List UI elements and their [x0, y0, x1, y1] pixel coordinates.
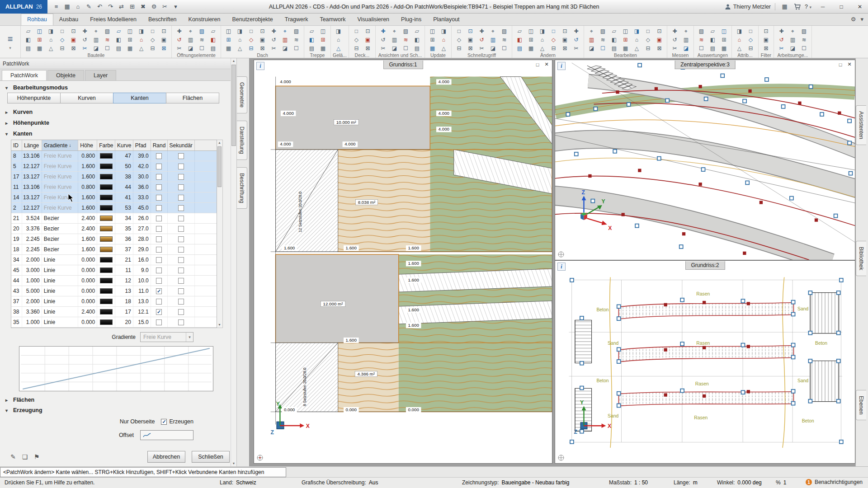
- ribbon-icon[interactable]: ⊞: [620, 35, 631, 44]
- ribbon-icon[interactable]: ⊡: [68, 27, 79, 35]
- ribbon-icon[interactable]: ◪: [487, 44, 499, 52]
- viewport-restore-icon[interactable]: □: [534, 61, 541, 68]
- ribbon-icon[interactable]: ▥: [389, 35, 400, 44]
- abbrechen-button[interactable]: Abbrechen: [147, 451, 185, 463]
- ribbon-icon[interactable]: □: [57, 27, 68, 35]
- ribbon-tab-konstruieren[interactable]: Konstruieren: [183, 14, 226, 25]
- sekundaer-checkbox[interactable]: [178, 216, 184, 221]
- ribbon-icon[interactable]: ⌖: [586, 27, 597, 35]
- ribbon-icon[interactable]: ⊠: [68, 44, 79, 52]
- ribbon-icon[interactable]: ⊠: [158, 44, 170, 52]
- plan-drawing-1[interactable]: Y X Z 4.0004.0004.0004.0004.0004.0004.00…: [254, 60, 552, 463]
- ribbon-icon[interactable]: ▦: [427, 44, 438, 52]
- rand-checkbox[interactable]: [156, 236, 162, 242]
- ribbon-icon[interactable]: ✂: [174, 44, 185, 52]
- ribbon-icon[interactable]: ▥: [680, 35, 692, 44]
- ribbon-icon[interactable]: ▤: [514, 44, 525, 52]
- ribbon-tab-benutzerobjekte[interactable]: Benutzerobjekte: [226, 14, 278, 25]
- perspective-drawing[interactable]: Z Y X: [555, 60, 855, 260]
- table-row[interactable]: 351.000Linie0.0002015.0: [11, 317, 217, 328]
- shop-icon[interactable]: [794, 4, 801, 10]
- ribbon-icon[interactable]: ▧: [696, 27, 707, 35]
- ribbon-icon[interactable]: △: [537, 44, 548, 52]
- ribbon-icon[interactable]: ▣: [257, 35, 268, 44]
- gradiente-curve-editor[interactable]: [19, 346, 213, 391]
- scroll-up-icon[interactable]: ▲: [231, 58, 236, 64]
- ribbon-icon[interactable]: ◧: [609, 35, 620, 44]
- column-header-farbe[interactable]: Farbe: [97, 140, 115, 150]
- connect-icon[interactable]: ▦: [779, 2, 790, 12]
- sekundaer-checkbox[interactable]: [178, 153, 184, 159]
- sekundaer-checkbox[interactable]: [178, 319, 184, 325]
- ribbon-icon[interactable]: ▣: [362, 35, 373, 44]
- ribbon-icon[interactable]: ◧: [707, 35, 718, 44]
- ribbon-icon[interactable]: ▱: [411, 27, 423, 35]
- more-dropdown-icon[interactable]: ▾: [170, 2, 181, 12]
- ribbon-tab-rohbau[interactable]: Rohbau: [21, 14, 53, 25]
- ribbon-icon[interactable]: ⊟: [745, 44, 756, 52]
- ribbon-icon[interactable]: ◇: [57, 35, 68, 44]
- notifications[interactable]: 1 Benachrichtigungen: [806, 479, 863, 485]
- ribbon-icon[interactable]: ✚: [268, 27, 279, 35]
- right-tab-ebenen[interactable]: Ebenen: [856, 390, 866, 420]
- ribbon-icon[interactable]: ↺: [669, 35, 680, 44]
- ribbon-icon[interactable]: □: [351, 27, 362, 35]
- ribbon-icon[interactable]: ⌂: [333, 35, 344, 44]
- gradiente-select[interactable]: Freie Kurve ▾: [140, 332, 193, 342]
- ribbon-icon[interactable]: ↺: [174, 35, 185, 44]
- offset-input[interactable]: [140, 430, 193, 440]
- ribbon-icon[interactable]: ▤: [113, 44, 124, 52]
- save-favorite-icon[interactable]: ⚑: [31, 452, 42, 462]
- ribbon-icon[interactable]: ✚: [776, 27, 787, 35]
- scrollbar-thumb[interactable]: [217, 146, 222, 187]
- ribbon-icon[interactable]: ⊟: [453, 44, 465, 52]
- rand-checkbox[interactable]: [156, 195, 162, 201]
- viewport-info-icon[interactable]: i: [557, 62, 566, 70]
- ribbon-icon[interactable]: ✂: [669, 44, 680, 52]
- ribbon-icon[interactable]: ↺: [571, 35, 582, 44]
- ribbon-icon[interactable]: ▤: [208, 44, 219, 52]
- ribbon-icon[interactable]: ◪: [185, 44, 196, 52]
- sekundaer-checkbox[interactable]: [178, 288, 184, 294]
- delete-icon[interactable]: ✖: [138, 2, 148, 12]
- ribbon-tab-tragwerk[interactable]: Tragwerk: [279, 14, 314, 25]
- viewport-origin-icon[interactable]: [557, 454, 565, 461]
- ribbon-icon[interactable]: ▣: [158, 35, 170, 44]
- sekundaer-checkbox[interactable]: [178, 236, 184, 242]
- table-row[interactable]: 212.127Freie Kurve1.6005345.0: [11, 203, 217, 213]
- right-tab-bibliothek[interactable]: Bibliothek: [856, 241, 866, 276]
- ribbon-icon[interactable]: ◧: [113, 35, 124, 44]
- ribbon-icon[interactable]: □: [147, 27, 158, 35]
- ribbon-icon[interactable]: ◧: [23, 35, 34, 44]
- ribbon-icon[interactable]: ☐: [499, 44, 510, 52]
- ribbon-icon[interactable]: ⊞: [124, 35, 136, 44]
- redo-icon[interactable]: ↷: [105, 2, 116, 12]
- ribbon-icon[interactable]: ◇: [642, 35, 654, 44]
- ribbon-icon[interactable]: ⊞: [223, 35, 234, 44]
- sekundaer-checkbox[interactable]: [178, 257, 184, 263]
- ribbon-icon[interactable]: △: [631, 44, 642, 52]
- ribbon-icon[interactable]: ☐: [291, 44, 302, 52]
- ribbon-icon[interactable]: ▣: [465, 35, 476, 44]
- viewport-grundriss-1[interactable]: Y X Z 4.0004.0004.0004.0004.0004.0004.00…: [254, 60, 552, 464]
- table-row[interactable]: 203.376Bezier2.4003527.0: [11, 224, 217, 234]
- column-header-rand[interactable]: Rand: [151, 140, 168, 150]
- ribbon-icon[interactable]: ◧: [208, 35, 219, 44]
- swap-icon[interactable]: ⇄: [116, 2, 127, 12]
- maximize-button[interactable]: □: [834, 1, 849, 13]
- ribbon-icon[interactable]: ⊡: [362, 27, 373, 35]
- table-row[interactable]: 182.245Bezier1.6003729.0: [11, 244, 217, 255]
- sekundaer-checkbox[interactable]: [178, 164, 184, 169]
- rand-checkbox[interactable]: [156, 184, 162, 190]
- ribbon-icon[interactable]: ⊠: [465, 44, 476, 52]
- ribbon-icon[interactable]: △: [333, 44, 344, 52]
- mode-button-flächen[interactable]: Flächen: [166, 93, 219, 103]
- table-row[interactable]: 813.106Freie Kurve0.8004739.0: [11, 151, 217, 161]
- ribbon-icon[interactable]: ◨: [234, 27, 245, 35]
- table-row[interactable]: 213.524Bezier2.4003426.0: [11, 213, 217, 224]
- section-kurven[interactable]: ▸ Kurven: [5, 108, 231, 116]
- ribbon-icon[interactable]: ▧: [597, 27, 609, 35]
- ribbon-tab-plug-ins[interactable]: Plug-ins: [395, 14, 427, 25]
- ribbon-icon[interactable]: △: [438, 44, 449, 52]
- ribbon-icon[interactable]: ≋: [291, 35, 302, 44]
